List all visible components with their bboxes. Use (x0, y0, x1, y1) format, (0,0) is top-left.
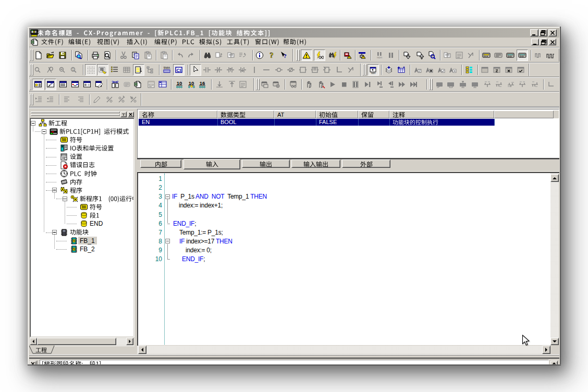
svg-text:CI: CI (177, 68, 181, 73)
svg-text:16: 16 (200, 80, 205, 86)
svg-text:?: ? (270, 51, 274, 59)
svg-text:non: non (377, 56, 382, 59)
svg-text:5MA: 5MA (164, 66, 170, 69)
svg-text:10: 10 (177, 80, 182, 86)
svg-text:non: non (371, 71, 376, 75)
svg-text:1: 1 (72, 68, 74, 71)
svg-text:?: ? (284, 53, 287, 59)
